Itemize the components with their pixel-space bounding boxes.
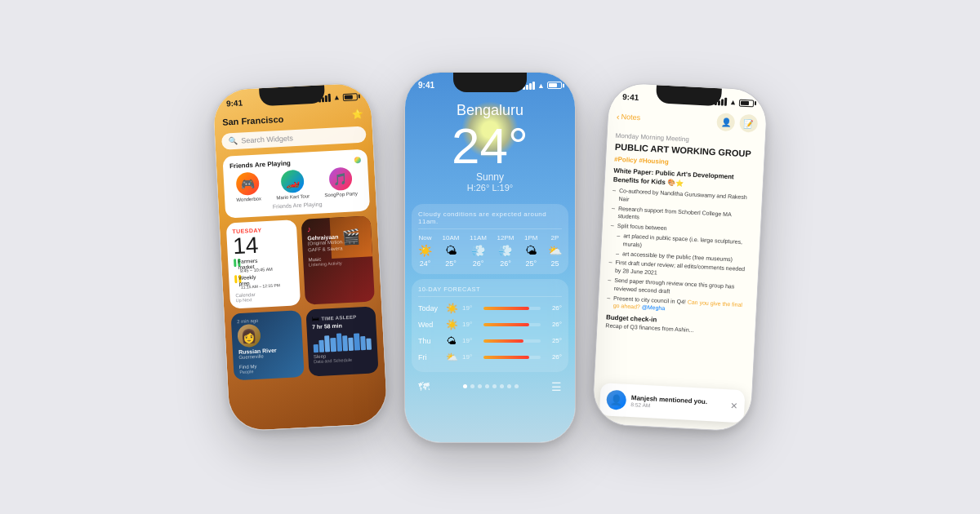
dot-2: [470, 384, 474, 388]
sleep-chart: [312, 330, 372, 353]
battery-icon-center: [547, 82, 562, 89]
search-text: Search Widgets: [241, 134, 293, 144]
weather-city: Bengaluru: [405, 102, 575, 119]
calendar-music-row: TUESDAY 14 Farmers market 9:45 – 10:45 A…: [226, 215, 375, 308]
notes-back-label: Notes: [621, 113, 640, 122]
dot-1: [463, 384, 467, 388]
notes-content: Monday Morning Meeting PUBLIC ART WORKIN…: [597, 128, 765, 339]
share-icon: 👤: [720, 117, 731, 127]
wifi-icon-right: ▲: [729, 98, 737, 106]
notes-notification: 👤 Manjesh mentioned you. 8:52 AM ✕: [599, 383, 746, 423]
cta-highlight: Can you give the final go ahead?: [613, 299, 743, 310]
avatar-mariokart: 🏎️ Mario Kart Tour: [275, 169, 310, 200]
avatar-circle-songpop: 🎵: [328, 167, 352, 191]
map-icon[interactable]: 🗺: [418, 380, 430, 393]
sleep-label: TIME ASLEEP: [321, 314, 356, 321]
notes-back-button[interactable]: ‹ Notes: [617, 112, 641, 123]
hourly-10am: 10AM 🌤 25°: [443, 234, 460, 268]
weather-bottom-nav: 🗺 ☰: [405, 375, 575, 398]
weather-list-icon[interactable]: ☰: [551, 380, 562, 393]
weather-forecast-panel: 10-DAY FORECAST Today ☀️ 19° 26° Wed ☀️ …: [412, 279, 568, 372]
game-center-title: Friends Are Playing: [229, 159, 291, 170]
weather-page-dots: [463, 384, 519, 388]
weather-info: Bengaluru 24° Sunny H:26° L:19°: [405, 95, 575, 204]
avatar-wonderbox: 🎮 Wonderbox: [235, 171, 261, 202]
sleep-bed-icon: 🛏: [311, 315, 319, 323]
avatar-label-mariokart: Mario Kart Tour: [276, 193, 310, 200]
hourly-12pm: 12PM 💨 26°: [497, 234, 514, 268]
search-icon: 🔍: [228, 137, 238, 146]
status-icons-center: ▲: [523, 82, 562, 90]
music-widget[interactable]: 🎬 ♪ Gehraiyaan (Original Motion... GAFF …: [301, 215, 375, 304]
hourly-1pm: 1PM 🌤 25°: [524, 234, 537, 268]
power-button: [374, 156, 377, 179]
notes-more-button[interactable]: 📝: [739, 114, 758, 133]
battery-icon-right: [739, 99, 754, 107]
weather-high-low: H:26° L:19°: [405, 183, 575, 193]
avatar-label-wonderbox: Wonderbox: [236, 196, 261, 202]
status-icons-right: ▲: [715, 97, 754, 107]
forecast-header-label: 10-DAY FORECAST: [418, 286, 562, 297]
findmy-time-ago: 2 min ago: [237, 316, 296, 324]
avatar-circle-wonderbox: 🎮: [236, 172, 260, 196]
status-time-center: 9:41: [418, 81, 434, 90]
weather-hourly-panel: Cloudy conditions are expected around 11…: [412, 204, 568, 274]
hourly-now: Now ☀️ 24°: [418, 234, 432, 268]
widgets-content: San Francisco ⭐ 🔍 Search Widgets Friends…: [214, 105, 385, 386]
phone-left: 9:41 ▲ San Francisco ⭐ 🔍: [212, 82, 389, 432]
music-credits: GAFF & Savera: [308, 245, 367, 253]
search-bar[interactable]: 🔍 Search Widgets: [221, 126, 367, 150]
dot-6: [500, 384, 504, 388]
location-star-icon: ⭐: [352, 109, 364, 121]
dot-5: [492, 384, 497, 388]
mention-megha: @Megha: [642, 304, 666, 311]
status-icons-left: ▲: [318, 92, 358, 102]
game-center-avatars: 🎮 Wonderbox 🏎️ Mario Kart Tour 🎵 SongPop…: [230, 166, 363, 202]
forecast-wed: Wed ☀️ 19° 26°: [418, 317, 562, 333]
phones-container: 9:41 ▲ San Francisco ⭐ 🔍: [204, 55, 776, 459]
phone-center: 9:41 ▲ Bengaluru 24° Sunny H:26°: [404, 72, 576, 443]
findmy-avatar: 👩: [237, 324, 261, 348]
back-arrow-icon: ‹: [617, 112, 620, 122]
more-icon: 📝: [743, 118, 754, 128]
dot-4: [485, 384, 489, 388]
dot-7: [507, 384, 511, 388]
game-center-widget[interactable]: Friends Are Playing 🎮 Wonderbox 🏎️ Mario…: [222, 149, 370, 219]
findmy-sleep-row: 2 min ago 👩 Russian River Guerneville Fi…: [231, 306, 379, 380]
notif-avatar: 👤: [606, 390, 626, 410]
phone-right: 9:41 ▲ ‹ Notes 👤: [591, 82, 768, 432]
avatar-label-songpop: SongPop Party: [324, 191, 358, 197]
battery-icon-left: [343, 93, 358, 101]
hourly-row: Now ☀️ 24° 10AM 🌤 25° 11AM 💨 26°: [418, 234, 562, 268]
notch-right: [655, 85, 721, 106]
notes-share-button[interactable]: 👤: [716, 113, 735, 131]
weather-screen: 9:41 ▲ Bengaluru 24° Sunny H:26°: [405, 73, 575, 442]
wifi-icon-center: ▲: [537, 82, 545, 90]
avatar-circle-mariokart: 🏎️: [280, 170, 304, 193]
hourly-11am: 11AM 💨 26°: [470, 234, 487, 268]
notes-action-icons: 👤 📝: [716, 113, 758, 133]
game-center-dot: [354, 156, 361, 162]
location-name: San Francisco: [222, 113, 284, 126]
calendar-widget[interactable]: TUESDAY 14 Farmers market 9:45 – 10:45 A…: [226, 219, 301, 308]
dot-8: [514, 384, 519, 388]
avatar-songpop: 🎵 SongPop Party: [323, 166, 358, 197]
forecast-today: Today ☀️ 19° 26°: [418, 300, 562, 317]
weather-temperature: 24°: [405, 121, 575, 171]
forecast-fri: Fri ⛅ 19° 26°: [418, 349, 562, 366]
calendar-date: 14: [232, 233, 292, 259]
hourly-2p: 2P ⛅ 25: [548, 234, 562, 268]
find-my-widget[interactable]: 2 min ago 👩 Russian River Guerneville Fi…: [231, 310, 305, 380]
widgets-screen: 9:41 ▲ San Francisco ⭐ 🔍: [212, 82, 388, 432]
sleep-widget[interactable]: 🛏 TIME ASLEEP 7 hr 58 min: [305, 306, 379, 376]
power-button-right: [763, 164, 766, 187]
dot-3: [478, 384, 482, 388]
weather-alert-text: Cloudy conditions are expected around 11…: [418, 210, 562, 229]
power-button-center: [575, 146, 576, 169]
notif-content: Manjesh mentioned you. 8:52 AM: [630, 394, 726, 412]
status-time-right: 9:41: [622, 92, 639, 102]
weather-condition: Sunny: [405, 171, 575, 183]
forecast-thu: Thu 🌤 19° 25°: [418, 333, 562, 349]
wifi-icon-left: ▲: [333, 93, 341, 101]
notif-close-button[interactable]: ✕: [730, 401, 738, 411]
